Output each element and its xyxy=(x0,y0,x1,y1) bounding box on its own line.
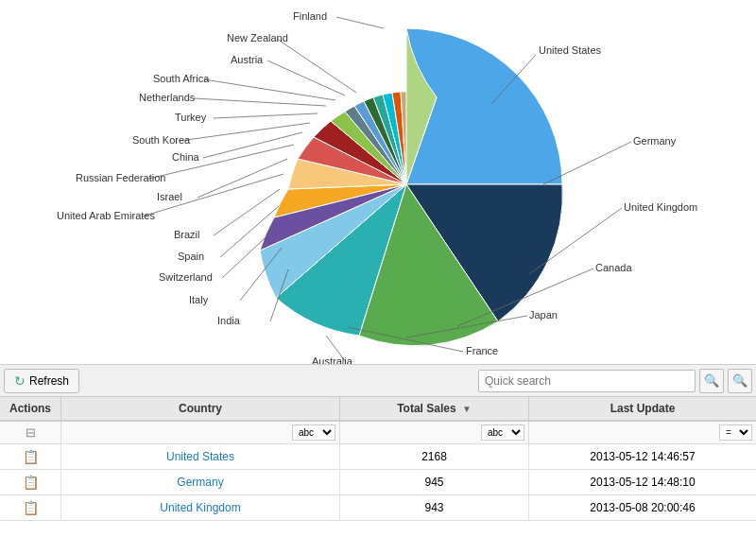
svg-line-16 xyxy=(180,123,310,141)
cell-country-2: Germany xyxy=(61,470,340,494)
label-australia: Australia xyxy=(312,355,353,364)
filter-cell-update: = != < > xyxy=(529,422,756,443)
cell-country-3: United Kingdom xyxy=(61,495,340,520)
label-south-africa: South Africa xyxy=(153,73,210,84)
cell-update-1: 2013-05-12 14:46:57 xyxy=(529,444,756,469)
cell-actions-1: 📋 xyxy=(0,444,61,469)
label-italy: Italy xyxy=(189,294,209,305)
filter-icon: 🔍 xyxy=(732,373,747,388)
country-link-1[interactable]: United States xyxy=(166,450,234,463)
label-china: China xyxy=(172,151,200,163)
label-netherlands: Netherlands xyxy=(139,92,196,103)
label-switzerland: Switzerland xyxy=(159,271,213,283)
table-header: Actions Country Total Sales ▼ Last Updat… xyxy=(0,397,756,422)
svg-line-17 xyxy=(214,113,318,118)
label-russia: Russian Federation xyxy=(76,172,165,183)
label-brazil: Brazil xyxy=(174,229,200,240)
country-link-3[interactable]: United Kingdom xyxy=(160,501,240,514)
label-japan: Japan xyxy=(529,309,558,320)
row-action-icon-2[interactable]: 📋 xyxy=(23,475,39,490)
search-icon: 🔍 xyxy=(704,373,719,388)
table-row: 📋 United Kingdom 943 2013-05-08 20:00:46 xyxy=(0,495,756,521)
th-country[interactable]: Country xyxy=(61,397,340,420)
filter-row: ⊟ abc num abc num = != < > xyxy=(0,422,756,444)
cell-sales-1: 2168 xyxy=(340,444,529,469)
cell-actions-3: 📋 xyxy=(0,495,61,520)
filter-update-type[interactable]: = != < > xyxy=(719,424,752,441)
cell-sales-3: 943 xyxy=(340,495,529,520)
svg-line-21 xyxy=(277,39,356,93)
label-us: United States xyxy=(539,44,602,56)
filter-sales-type[interactable]: abc num xyxy=(481,424,524,441)
row-action-icon-1[interactable]: 📋 xyxy=(23,449,39,464)
toolbar-right: 🔍 🔍 xyxy=(478,369,752,393)
pie-chart: United States Germany United Kingdom Can… xyxy=(0,0,756,364)
cell-update-3: 2013-05-08 20:00:46 xyxy=(529,495,756,520)
th-update[interactable]: Last Update xyxy=(529,397,756,420)
svg-line-20 xyxy=(267,61,345,95)
cell-sales-2: 945 xyxy=(340,470,529,494)
table-row: 📋 United States 2168 2013-05-12 14:46:57 xyxy=(0,444,756,470)
country-link-2[interactable]: Germany xyxy=(177,476,223,489)
refresh-icon: ↻ xyxy=(14,373,26,389)
label-new-zealand: New Zealand xyxy=(227,32,288,43)
cell-update-2: 2013-05-12 14:48:10 xyxy=(529,470,756,494)
filter-button[interactable]: 🔍 xyxy=(728,369,752,393)
svg-line-22 xyxy=(336,17,384,28)
filter-country-type[interactable]: abc num xyxy=(292,424,335,441)
sort-icon: ▼ xyxy=(462,404,472,414)
label-israel: Israel xyxy=(157,191,182,202)
row-action-icon-3[interactable]: 📋 xyxy=(23,500,39,515)
th-sales[interactable]: Total Sales ▼ xyxy=(340,397,529,420)
label-uae: United Arab Emirates xyxy=(57,210,155,221)
filter-funnel-icon[interactable]: ⊟ xyxy=(26,425,36,440)
label-france: France xyxy=(466,345,498,356)
label-austria: Austria xyxy=(231,54,264,65)
cell-actions-2: 📋 xyxy=(0,470,61,494)
svg-line-14 xyxy=(148,145,294,179)
filter-cell-sales: abc num xyxy=(340,422,529,443)
label-india: India xyxy=(217,315,241,326)
label-uk: United Kingdom xyxy=(624,201,697,213)
search-button[interactable]: 🔍 xyxy=(699,369,724,393)
label-turkey: Turkey xyxy=(175,112,207,123)
chart-area: United States Germany United Kingdom Can… xyxy=(0,0,756,364)
refresh-button[interactable]: ↻ Refresh xyxy=(4,369,79,393)
toolbar: ↻ Refresh 🔍 🔍 xyxy=(0,364,756,397)
search-input[interactable] xyxy=(478,370,696,392)
filter-cell-actions: ⊟ xyxy=(0,422,61,443)
label-spain: Spain xyxy=(178,251,204,262)
th-actions: Actions xyxy=(0,397,61,420)
label-canada: Canada xyxy=(595,262,632,273)
svg-line-18 xyxy=(194,98,326,106)
label-germany: Germany xyxy=(633,135,677,147)
refresh-label: Refresh xyxy=(29,374,69,388)
label-finland: Finland xyxy=(293,10,327,22)
label-south-korea: South Korea xyxy=(132,134,191,146)
table-row: 📋 Germany 945 2013-05-12 14:48:10 xyxy=(0,470,756,495)
svg-line-13 xyxy=(198,159,287,198)
filter-cell-country: abc num xyxy=(61,422,340,443)
cell-country-1: United States xyxy=(61,444,340,469)
